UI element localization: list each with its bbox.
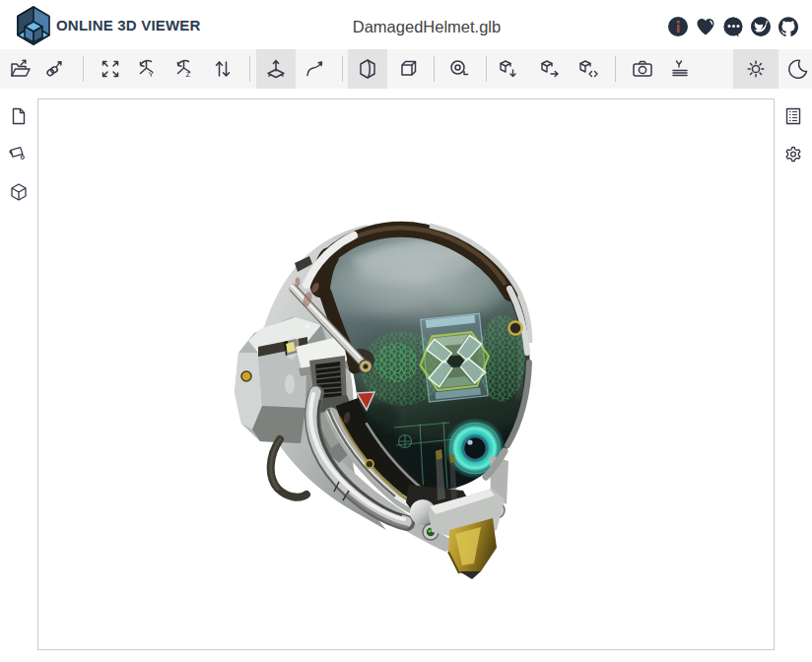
svg-text:Z: Z	[186, 70, 191, 79]
svg-text:Y: Y	[149, 70, 155, 79]
